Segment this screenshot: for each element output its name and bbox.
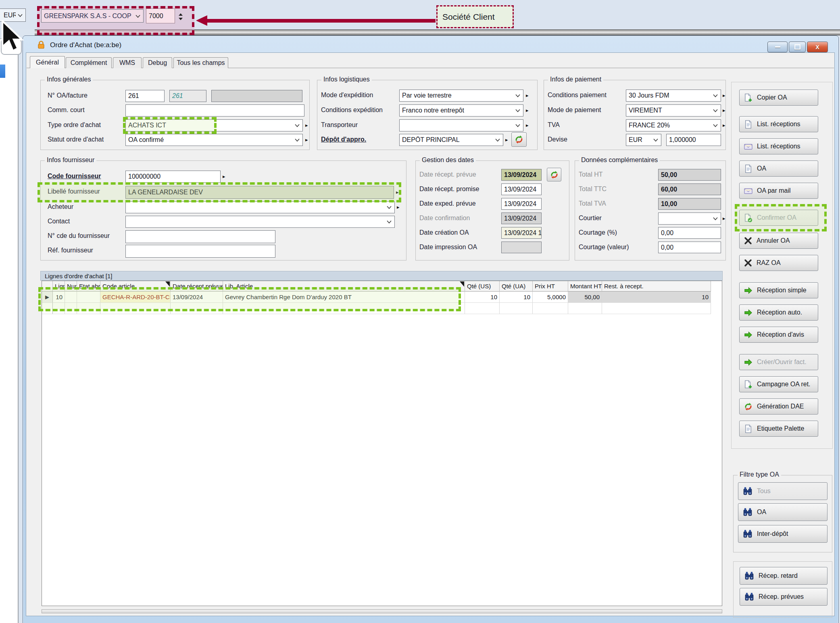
statut-ordre-more-icon[interactable]: ▸ [305,137,308,142]
code-fournisseur-label[interactable]: Code fournisseur [48,173,101,180]
list-receptions-mail-button[interactable]: List. réceptions [739,138,818,154]
grid-header-ligne[interactable]: Ligne [53,281,65,292]
recep-retard-button[interactable]: Récep. retard [740,567,827,585]
depot-appro-label[interactable]: Dépôt d'appro. [321,136,366,143]
conditions-expedition-more-icon[interactable]: ▸ [526,108,529,113]
mode-expedition-combobox[interactable]: Par voie terrestre [399,90,523,102]
cell-etat[interactable] [77,292,100,303]
mode-paiement-combobox[interactable]: VIREMENT [626,104,721,117]
grid-header-qte-ua[interactable]: Qté (UA) [500,281,533,292]
annuler-oa-button[interactable]: Annuler OA [739,233,818,249]
minimize-button[interactable] [767,42,788,52]
reception-avis-button[interactable]: Réception d'avis [739,327,818,343]
depot-appro-more-icon[interactable]: ▸ [505,137,508,142]
cell-prix-ht[interactable]: 5,0000 [533,292,568,303]
courtage-pct-field[interactable]: 0,00 [658,227,721,239]
maximize-button[interactable] [789,42,806,52]
depot-refresh-button[interactable] [511,132,527,147]
cell-date-recept[interactable]: 13/09/2024 [171,292,223,303]
date-exped-prevue-field[interactable]: 13/09/2024 [501,198,542,210]
reception-auto-button[interactable]: Réception auto. [739,304,818,321]
conditions-paiement-combobox[interactable]: 30 Jours FDM [626,90,721,102]
raz-oa-button[interactable]: RAZ OA [739,255,818,271]
order-lines-grid[interactable]: Ligne Num Etat abrégé Code article Date … [42,281,722,606]
cell-num[interactable] [65,292,77,303]
cell-montant-ht[interactable]: 50,00 [568,292,602,303]
statut-ordre-combobox[interactable]: OA confirmé [125,134,303,146]
grid-header-num[interactable]: Num [65,281,77,292]
grid-header-rest[interactable]: Rest. à recept. [602,281,711,292]
tab-complement[interactable]: Complément [66,57,112,68]
tva-combobox[interactable]: FRANCE 20% [626,119,721,131]
grid-header-etat[interactable]: Etat abrégé [77,281,100,292]
tva-more-icon[interactable]: ▸ [723,123,725,128]
company-combobox[interactable]: GREENSPARK S.A.S - COOP [41,9,144,23]
filtre-inter-depot-button[interactable]: Inter-dépôt [738,525,827,543]
grid-header-montant-ht[interactable]: Montant HT [568,281,602,292]
tab-general[interactable]: Général [30,56,65,68]
date-recept-promise-field[interactable]: 13/09/2024 [501,183,542,195]
oa-par-mail-button[interactable]: OA par mail [739,183,818,199]
row-selector-cell[interactable]: ▶ [42,292,53,303]
num-oa-field[interactable]: 261 [125,90,165,102]
courtier-more-icon[interactable]: ▸ [723,216,725,221]
cell-ligne[interactable]: 10 [53,292,65,303]
tab-wms[interactable]: WMS [113,57,142,68]
courtage-valeur-field[interactable]: 0,00 [658,242,721,253]
cell-lib-article[interactable]: Gevrey Chambertin Rge Dom D'arduy 2020 B… [223,292,465,303]
cell-rest[interactable]: 10 [602,292,711,303]
filtre-oa-button[interactable]: OA [738,503,827,521]
company-code-field[interactable]: 7000 [146,8,175,23]
grid-header-lib-article[interactable]: Lib. Article [223,281,465,292]
cell-qte-ua[interactable]: 10 [500,292,533,303]
close-button[interactable]: X [807,42,828,52]
campagne-oa-ret-button[interactable]: Campagne OA ret. [739,376,818,392]
acheteur-combobox[interactable] [125,201,395,213]
statut-ordre-value: OA confirmé [128,136,164,144]
cell-code-article[interactable]: GECHA-R-ARD-20-BT-CRD [100,292,171,303]
tab-tous-les-champs[interactable]: Tous les champs [173,57,228,68]
copier-oa-button[interactable]: Copier OA [739,90,818,106]
code-fournisseur-field[interactable]: 100000000 [125,171,221,183]
type-ordre-more-icon[interactable]: ▸ [305,123,308,128]
libelle-fournisseur-field[interactable]: LA GENELARDAISE DEV [125,186,394,199]
creer-ouvrir-fact-button[interactable]: Créer/Ouvrir fact. [739,354,818,370]
filtre-tous-button[interactable]: Tous [738,482,827,500]
list-receptions-button[interactable]: List. réceptions [739,116,818,132]
mode-paiement-more-icon[interactable]: ▸ [723,108,725,113]
grid-data-row[interactable]: ▶ 10 GECHA-R-ARD-20-BT-CRD 13/09/2024 Ge… [42,292,711,303]
company-code-spinner[interactable] [177,11,184,22]
ref-fournisseur-field[interactable] [125,245,275,258]
type-ordre-combobox[interactable]: ACHATS ICT [125,119,303,131]
grid-header-code-article[interactable]: Code article [100,281,171,292]
contact-combobox[interactable] [125,216,395,228]
num-cde-fournisseur-field[interactable] [125,230,275,243]
acheteur-more-icon[interactable]: ▸ [397,204,400,210]
conditions-paiement-more-icon[interactable]: ▸ [723,93,725,98]
reception-simple-button[interactable]: Réception simple [739,282,818,298]
cell-qte-us[interactable]: 10 [465,292,500,303]
devise-combobox[interactable]: EUR [626,134,661,146]
grid-empty-row[interactable] [42,303,711,314]
conditions-expedition-combobox[interactable]: Franco notre entrepôt [399,104,523,117]
grid-header-date-recept[interactable]: Date récept prévue [171,281,223,292]
comm-court-field[interactable] [125,104,304,117]
grid-header-prix-ht[interactable]: Prix HT [533,281,568,292]
taux-devise-field[interactable]: 1,000000 [666,134,721,146]
transporteur-combobox[interactable] [399,119,523,131]
recep-prevues-button[interactable]: Récep. prévues [740,588,827,606]
etiquette-palette-button[interactable]: Etiquette Palette [739,421,818,437]
mode-expedition-more-icon[interactable]: ▸ [526,93,529,98]
courtier-combobox[interactable] [658,213,721,225]
tab-debug[interactable]: Debug [143,57,172,68]
libelle-fournisseur-more-icon[interactable]: ▸ [396,190,399,195]
code-fournisseur-more-icon[interactable]: ▸ [223,174,225,179]
confirmer-oa-button[interactable]: Confirmer OA [739,210,818,226]
grid-bottom-bar[interactable] [42,609,722,613]
oa-button[interactable]: OA [739,160,818,177]
date-refresh-button[interactable] [547,168,561,181]
grid-header-qte-us[interactable]: Qté (US) [465,281,500,292]
generation-dae-button[interactable]: Génération DAE [739,398,818,415]
transporteur-more-icon[interactable]: ▸ [526,123,529,128]
depot-appro-combobox[interactable]: DEPÔT PRINCIPAL [399,134,503,146]
